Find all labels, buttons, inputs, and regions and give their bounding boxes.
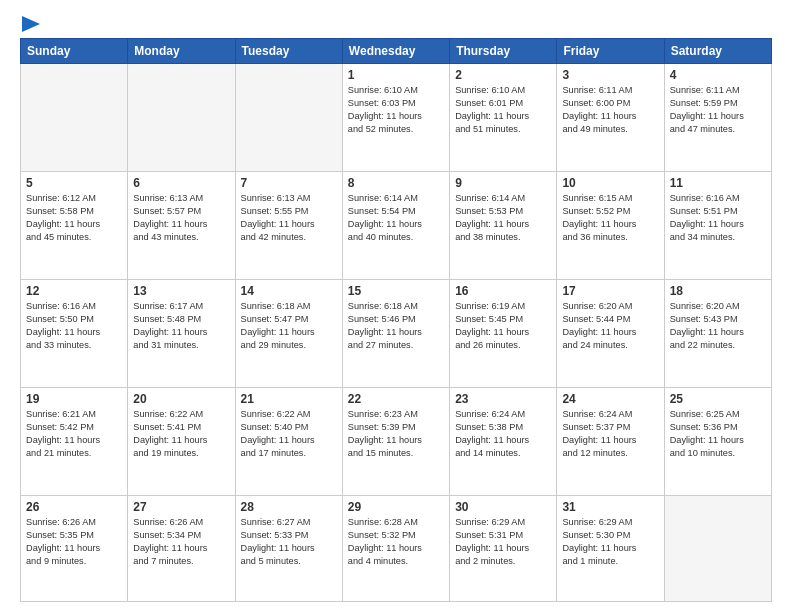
- weekday-saturday: Saturday: [664, 39, 771, 64]
- calendar-week-row: 1Sunrise: 6:10 AM Sunset: 6:03 PM Daylig…: [21, 64, 772, 172]
- day-info: Sunrise: 6:12 AM Sunset: 5:58 PM Dayligh…: [26, 192, 122, 244]
- table-row: 4Sunrise: 6:11 AM Sunset: 5:59 PM Daylig…: [664, 64, 771, 172]
- weekday-header-row: SundayMondayTuesdayWednesdayThursdayFrid…: [21, 39, 772, 64]
- table-row: 20Sunrise: 6:22 AM Sunset: 5:41 PM Dayli…: [128, 388, 235, 496]
- weekday-wednesday: Wednesday: [342, 39, 449, 64]
- table-row: 31Sunrise: 6:29 AM Sunset: 5:30 PM Dayli…: [557, 496, 664, 602]
- day-number: 10: [562, 176, 658, 190]
- day-info: Sunrise: 6:14 AM Sunset: 5:53 PM Dayligh…: [455, 192, 551, 244]
- day-number: 25: [670, 392, 766, 406]
- table-row: 10Sunrise: 6:15 AM Sunset: 5:52 PM Dayli…: [557, 172, 664, 280]
- day-number: 29: [348, 500, 444, 514]
- table-row: 26Sunrise: 6:26 AM Sunset: 5:35 PM Dayli…: [21, 496, 128, 602]
- day-info: Sunrise: 6:20 AM Sunset: 5:43 PM Dayligh…: [670, 300, 766, 352]
- day-info: Sunrise: 6:26 AM Sunset: 5:35 PM Dayligh…: [26, 516, 122, 568]
- table-row: 27Sunrise: 6:26 AM Sunset: 5:34 PM Dayli…: [128, 496, 235, 602]
- table-row: 6Sunrise: 6:13 AM Sunset: 5:57 PM Daylig…: [128, 172, 235, 280]
- day-number: 15: [348, 284, 444, 298]
- table-row: 18Sunrise: 6:20 AM Sunset: 5:43 PM Dayli…: [664, 280, 771, 388]
- calendar-week-row: 12Sunrise: 6:16 AM Sunset: 5:50 PM Dayli…: [21, 280, 772, 388]
- day-number: 27: [133, 500, 229, 514]
- calendar-week-row: 26Sunrise: 6:26 AM Sunset: 5:35 PM Dayli…: [21, 496, 772, 602]
- table-row: 9Sunrise: 6:14 AM Sunset: 5:53 PM Daylig…: [450, 172, 557, 280]
- day-info: Sunrise: 6:29 AM Sunset: 5:31 PM Dayligh…: [455, 516, 551, 568]
- table-row: 30Sunrise: 6:29 AM Sunset: 5:31 PM Dayli…: [450, 496, 557, 602]
- day-number: 17: [562, 284, 658, 298]
- table-row: 16Sunrise: 6:19 AM Sunset: 5:45 PM Dayli…: [450, 280, 557, 388]
- day-number: 22: [348, 392, 444, 406]
- day-info: Sunrise: 6:10 AM Sunset: 6:03 PM Dayligh…: [348, 84, 444, 136]
- weekday-friday: Friday: [557, 39, 664, 64]
- table-row: 29Sunrise: 6:28 AM Sunset: 5:32 PM Dayli…: [342, 496, 449, 602]
- table-row: [21, 64, 128, 172]
- day-info: Sunrise: 6:15 AM Sunset: 5:52 PM Dayligh…: [562, 192, 658, 244]
- day-info: Sunrise: 6:20 AM Sunset: 5:44 PM Dayligh…: [562, 300, 658, 352]
- logo-arrow-icon: [22, 16, 40, 32]
- page: SundayMondayTuesdayWednesdayThursdayFrid…: [0, 0, 792, 612]
- day-number: 12: [26, 284, 122, 298]
- day-info: Sunrise: 6:22 AM Sunset: 5:41 PM Dayligh…: [133, 408, 229, 460]
- day-info: Sunrise: 6:21 AM Sunset: 5:42 PM Dayligh…: [26, 408, 122, 460]
- day-number: 3: [562, 68, 658, 82]
- table-row: 5Sunrise: 6:12 AM Sunset: 5:58 PM Daylig…: [21, 172, 128, 280]
- table-row: 23Sunrise: 6:24 AM Sunset: 5:38 PM Dayli…: [450, 388, 557, 496]
- day-number: 7: [241, 176, 337, 190]
- calendar-table: SundayMondayTuesdayWednesdayThursdayFrid…: [20, 38, 772, 602]
- day-number: 14: [241, 284, 337, 298]
- day-number: 16: [455, 284, 551, 298]
- day-number: 23: [455, 392, 551, 406]
- day-info: Sunrise: 6:16 AM Sunset: 5:51 PM Dayligh…: [670, 192, 766, 244]
- day-info: Sunrise: 6:14 AM Sunset: 5:54 PM Dayligh…: [348, 192, 444, 244]
- day-number: 21: [241, 392, 337, 406]
- day-info: Sunrise: 6:11 AM Sunset: 5:59 PM Dayligh…: [670, 84, 766, 136]
- day-info: Sunrise: 6:23 AM Sunset: 5:39 PM Dayligh…: [348, 408, 444, 460]
- calendar-week-row: 5Sunrise: 6:12 AM Sunset: 5:58 PM Daylig…: [21, 172, 772, 280]
- day-info: Sunrise: 6:22 AM Sunset: 5:40 PM Dayligh…: [241, 408, 337, 460]
- day-info: Sunrise: 6:27 AM Sunset: 5:33 PM Dayligh…: [241, 516, 337, 568]
- weekday-sunday: Sunday: [21, 39, 128, 64]
- day-number: 8: [348, 176, 444, 190]
- day-info: Sunrise: 6:10 AM Sunset: 6:01 PM Dayligh…: [455, 84, 551, 136]
- day-info: Sunrise: 6:13 AM Sunset: 5:55 PM Dayligh…: [241, 192, 337, 244]
- day-info: Sunrise: 6:25 AM Sunset: 5:36 PM Dayligh…: [670, 408, 766, 460]
- day-info: Sunrise: 6:19 AM Sunset: 5:45 PM Dayligh…: [455, 300, 551, 352]
- day-info: Sunrise: 6:18 AM Sunset: 5:47 PM Dayligh…: [241, 300, 337, 352]
- table-row: [128, 64, 235, 172]
- table-row: 8Sunrise: 6:14 AM Sunset: 5:54 PM Daylig…: [342, 172, 449, 280]
- logo: [20, 16, 40, 28]
- table-row: 7Sunrise: 6:13 AM Sunset: 5:55 PM Daylig…: [235, 172, 342, 280]
- day-info: Sunrise: 6:24 AM Sunset: 5:37 PM Dayligh…: [562, 408, 658, 460]
- day-info: Sunrise: 6:11 AM Sunset: 6:00 PM Dayligh…: [562, 84, 658, 136]
- table-row: 24Sunrise: 6:24 AM Sunset: 5:37 PM Dayli…: [557, 388, 664, 496]
- table-row: 11Sunrise: 6:16 AM Sunset: 5:51 PM Dayli…: [664, 172, 771, 280]
- day-info: Sunrise: 6:29 AM Sunset: 5:30 PM Dayligh…: [562, 516, 658, 568]
- day-info: Sunrise: 6:24 AM Sunset: 5:38 PM Dayligh…: [455, 408, 551, 460]
- day-number: 4: [670, 68, 766, 82]
- table-row: 22Sunrise: 6:23 AM Sunset: 5:39 PM Dayli…: [342, 388, 449, 496]
- table-row: 2Sunrise: 6:10 AM Sunset: 6:01 PM Daylig…: [450, 64, 557, 172]
- weekday-tuesday: Tuesday: [235, 39, 342, 64]
- table-row: [235, 64, 342, 172]
- table-row: 3Sunrise: 6:11 AM Sunset: 6:00 PM Daylig…: [557, 64, 664, 172]
- day-number: 26: [26, 500, 122, 514]
- table-row: 14Sunrise: 6:18 AM Sunset: 5:47 PM Dayli…: [235, 280, 342, 388]
- table-row: [664, 496, 771, 602]
- day-number: 2: [455, 68, 551, 82]
- table-row: 1Sunrise: 6:10 AM Sunset: 6:03 PM Daylig…: [342, 64, 449, 172]
- day-info: Sunrise: 6:17 AM Sunset: 5:48 PM Dayligh…: [133, 300, 229, 352]
- day-number: 9: [455, 176, 551, 190]
- table-row: 15Sunrise: 6:18 AM Sunset: 5:46 PM Dayli…: [342, 280, 449, 388]
- day-number: 24: [562, 392, 658, 406]
- table-row: 13Sunrise: 6:17 AM Sunset: 5:48 PM Dayli…: [128, 280, 235, 388]
- day-number: 19: [26, 392, 122, 406]
- day-info: Sunrise: 6:26 AM Sunset: 5:34 PM Dayligh…: [133, 516, 229, 568]
- day-number: 30: [455, 500, 551, 514]
- day-number: 28: [241, 500, 337, 514]
- day-info: Sunrise: 6:18 AM Sunset: 5:46 PM Dayligh…: [348, 300, 444, 352]
- day-number: 11: [670, 176, 766, 190]
- day-number: 20: [133, 392, 229, 406]
- table-row: 17Sunrise: 6:20 AM Sunset: 5:44 PM Dayli…: [557, 280, 664, 388]
- table-row: 12Sunrise: 6:16 AM Sunset: 5:50 PM Dayli…: [21, 280, 128, 388]
- day-number: 1: [348, 68, 444, 82]
- day-number: 31: [562, 500, 658, 514]
